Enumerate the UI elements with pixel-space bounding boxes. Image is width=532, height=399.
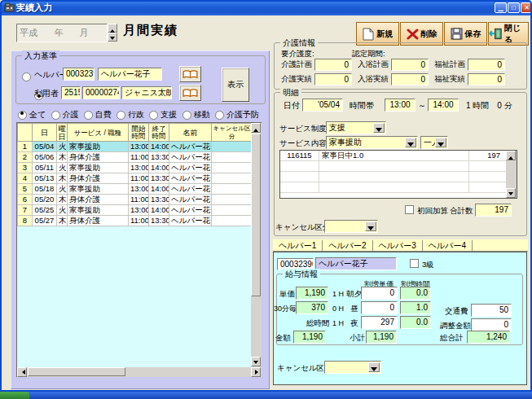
start-button[interactable]	[0, 392, 29, 399]
care-plan-field[interactable]: 0	[314, 59, 352, 71]
scroll-down-icon[interactable]	[251, 357, 261, 366]
adjustment-field[interactable]: 0	[471, 318, 512, 331]
tab-helper-3[interactable]: ヘルパー3	[373, 240, 423, 251]
night-price-field[interactable]: 297	[361, 316, 398, 329]
helper-panel-name-field[interactable]: ヘルパー花子	[315, 257, 397, 270]
service-list-vscrollbar[interactable]	[506, 151, 517, 198]
grand-total-field[interactable]: 1,240	[467, 331, 510, 344]
time-start-field[interactable]: 13:00	[385, 99, 415, 112]
care-actual-field[interactable]: 0	[391, 73, 429, 86]
chevron-down-icon[interactable]	[435, 138, 446, 147]
day-time-field[interactable]: 1.0	[400, 301, 431, 314]
radio-icon	[51, 111, 60, 120]
helper-code-field[interactable]: 00032390	[63, 68, 95, 81]
transport-field[interactable]: 50	[471, 304, 512, 317]
service-list-row[interactable]	[280, 182, 506, 193]
table-vscrollbar[interactable]	[251, 123, 262, 367]
time-end-field[interactable]: 14:00	[428, 99, 459, 112]
tab-helper-2[interactable]: ヘルパー2	[323, 240, 372, 251]
total-count-field[interactable]: 197	[475, 204, 512, 217]
night-time-field[interactable]: 0.0	[400, 316, 431, 329]
service-list-row[interactable]	[280, 161, 506, 172]
user-office-code-field[interactable]: 2515	[61, 86, 81, 99]
helper-name-field[interactable]: ヘルパー花子	[98, 68, 162, 81]
minimize-button[interactable]: ▁	[495, 2, 507, 13]
table-row[interactable]: 105/04火家事援助13:0014:00ヘルパー花子	[18, 142, 252, 152]
per-30min-field[interactable]: 370	[296, 301, 328, 314]
scroll-up-icon[interactable]	[251, 123, 261, 133]
grade3-checkbox[interactable]	[410, 259, 419, 268]
filter-radio-option[interactable]: 介護	[51, 109, 79, 121]
scroll-down-icon[interactable]	[506, 188, 516, 198]
service-content-select[interactable]: 家事援助	[326, 136, 418, 149]
date-field[interactable]: '05/04	[302, 99, 343, 112]
morning-evening-time-field[interactable]: 0.0	[400, 287, 431, 300]
person-count-select[interactable]: 一人	[420, 136, 448, 149]
table-row[interactable]: 205/06木身体介護11:0013:30ヘルパー花子	[18, 152, 252, 163]
titlebar[interactable]: 実績入力	[0, 0, 532, 15]
care-actual-field[interactable]: 0	[314, 73, 352, 86]
amount-field[interactable]: 1,190	[293, 331, 326, 344]
column-header[interactable]: 曜日	[57, 124, 68, 142]
helper-cancel-select[interactable]	[324, 361, 381, 374]
morning-evening-price-field[interactable]: 0	[361, 287, 398, 300]
scroll-left-icon[interactable]	[17, 367, 27, 377]
table-row[interactable]: 705/25火家事援助13:0014:00ヘルパー花子	[18, 205, 252, 216]
column-header[interactable]: 終了時間	[149, 124, 169, 142]
close-window-button[interactable]: ✕	[521, 2, 532, 13]
care-plan-field[interactable]: 0	[468, 59, 505, 71]
user-lookup-button[interactable]	[179, 85, 201, 101]
display-button[interactable]: 表示	[222, 68, 249, 102]
spinner-down-icon[interactable]	[108, 33, 117, 42]
taskbar[interactable]	[0, 392, 532, 399]
column-header[interactable]: 日	[33, 124, 57, 142]
table-row[interactable]: 505/18火家事援助13:0014:00ヘルパー花子	[18, 184, 252, 195]
scroll-up-icon[interactable]	[506, 151, 516, 160]
care-actual-field[interactable]: 0	[468, 73, 505, 86]
filter-radio-option[interactable]: 支援	[149, 109, 177, 121]
column-header[interactable]: キャンセル区分	[212, 124, 252, 142]
subtotal-field[interactable]: 1,190	[366, 331, 397, 344]
column-header[interactable]: サービス / 職種	[68, 124, 129, 142]
table-cell: 13:30	[149, 216, 169, 226]
table-row[interactable]: 305/11火家事援助13:0014:00ヘルパー花子	[18, 163, 252, 173]
hscroll-thumb[interactable]	[28, 367, 125, 376]
filter-radio-option[interactable]: 全て	[18, 109, 46, 121]
tab-helper-4[interactable]: ヘルパー4	[423, 240, 473, 251]
service-name-cell	[319, 161, 469, 171]
detail-cancel-select[interactable]	[324, 220, 378, 233]
helper-lookup-button[interactable]	[179, 66, 201, 82]
user-code-field[interactable]: 00000274	[82, 86, 120, 99]
era-date-field[interactable]: 平成 年 月	[16, 24, 108, 42]
chevron-down-icon[interactable]	[405, 138, 416, 147]
helper-radio[interactable]	[22, 72, 31, 81]
unit-price-field[interactable]: 1,190	[296, 287, 328, 300]
service-list-row[interactable]: 116115家事日中1.0197	[280, 151, 506, 161]
scroll-right-icon[interactable]	[251, 367, 261, 377]
user-name-field[interactable]: ジャニス太朗	[121, 86, 172, 99]
maximize-button[interactable]: □	[508, 2, 520, 13]
table-cell: 14:00	[149, 184, 169, 195]
table-hscrollbar[interactable]	[17, 367, 262, 377]
column-header[interactable]: 名前	[169, 124, 212, 142]
filter-radio-option[interactable]: 行政	[117, 109, 144, 121]
filter-radio-option[interactable]: 介護予防	[215, 109, 259, 121]
filter-radio-option[interactable]: 移動	[182, 109, 210, 121]
care-plan-field[interactable]: 0	[391, 59, 429, 71]
filter-radio-option[interactable]: 自費	[84, 109, 112, 121]
service-list-row[interactable]	[280, 172, 506, 182]
tab-helper-1[interactable]: ヘルパー1	[273, 240, 323, 251]
chevron-down-icon[interactable]	[373, 123, 385, 133]
chevron-down-icon[interactable]	[365, 221, 376, 231]
vscroll-thumb[interactable]	[251, 134, 261, 296]
service-system-select[interactable]: 支援	[326, 121, 386, 134]
day-price-field[interactable]: 0	[361, 301, 398, 314]
spinner-up-icon[interactable]	[108, 24, 117, 33]
column-header[interactable]: 開始時間	[129, 124, 149, 142]
table-row[interactable]: 405/13木身体介護11:0013:30ヘルパー花子	[18, 173, 252, 184]
table-row[interactable]: 605/20木身体介護11:0013:30ヘルパー花子	[18, 195, 252, 205]
first-time-checkbox[interactable]	[405, 205, 414, 214]
chevron-down-icon[interactable]	[368, 362, 380, 372]
column-header[interactable]	[18, 124, 33, 142]
table-row[interactable]: 805/27木身体介護11:0013:30ヘルパー花子	[18, 216, 252, 226]
